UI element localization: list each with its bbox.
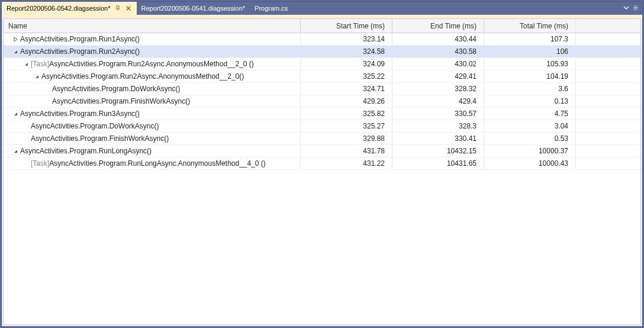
scroll-gutter <box>575 83 640 95</box>
table-row[interactable]: AsyncActivities.Program.FinishWorkAsync(… <box>4 133 640 145</box>
table-row[interactable]: AsyncActivities.Program.DoWorkAsync()324… <box>4 83 640 95</box>
row-label: AsyncActivities.Program.Run2Async.Anonym… <box>41 72 244 81</box>
row-label: AsyncActivities.Program.Run1Async() <box>20 35 140 43</box>
scroll-gutter <box>575 70 640 82</box>
table-row[interactable]: AsyncActivities.Program.FinishWorkAsync(… <box>4 95 640 108</box>
cell-end: 430.44 <box>392 33 484 45</box>
window-menu-icon[interactable] <box>623 4 629 12</box>
scroll-gutter <box>575 33 640 45</box>
column-headers: Name Start Time (ms) End Time (ms) Total… <box>4 19 640 33</box>
expander-placeholder <box>22 160 30 167</box>
row-label: AsyncActivities.Program.Run3Async() <box>20 110 140 118</box>
collapse-icon[interactable] <box>12 110 19 117</box>
cell-total: 105.93 <box>484 58 575 70</box>
task-prefix: [Task] <box>31 159 49 168</box>
main-window: Report20200506-0542.diagsession*Report20… <box>1 1 643 327</box>
close-icon[interactable] <box>125 5 132 12</box>
cell-name: [Task] AsyncActivities.Program.RunLongAs… <box>4 159 300 168</box>
report-grid: Name Start Time (ms) End Time (ms) Total… <box>3 18 641 325</box>
table-row[interactable]: AsyncActivities.Program.Run2Async.Anonym… <box>4 70 640 83</box>
scroll-gutter <box>575 95 640 107</box>
cell-start: 329.88 <box>300 133 392 144</box>
cell-name: AsyncActivities.Program.FinishWorkAsync(… <box>4 134 300 143</box>
cell-name: AsyncActivities.Program.RunLongAsync() <box>4 147 300 155</box>
cell-total: 106 <box>484 46 575 57</box>
tab-label: Report20200506-0542.diagsession* <box>7 5 111 12</box>
scroll-gutter <box>575 108 640 120</box>
row-label: AsyncActivities.Program.FinishWorkAsync(… <box>52 97 190 105</box>
cell-start: 325.27 <box>300 120 392 132</box>
cell-total: 104.19 <box>484 70 575 82</box>
header-total-time[interactable]: Total Time (ms) <box>484 19 575 33</box>
cell-total: 4.75 <box>484 108 575 120</box>
svg-line-9 <box>634 9 635 9</box>
task-prefix: [Task] <box>31 60 49 68</box>
row-label: AsyncActivities.Program.Run2Async.Anonym… <box>49 60 254 68</box>
cell-name: AsyncActivities.Program.Run2Async.Anonym… <box>4 72 300 81</box>
table-row[interactable]: AsyncActivities.Program.RunLongAsync()43… <box>4 145 640 157</box>
row-label: AsyncActivities.Program.FinishWorkAsync(… <box>31 134 169 143</box>
scroll-gutter <box>575 120 640 132</box>
svg-line-8 <box>637 9 637 9</box>
expander-placeholder <box>44 98 51 105</box>
cell-total: 0.13 <box>484 95 575 107</box>
document-tab[interactable]: Program.cs <box>250 2 292 15</box>
document-tab[interactable]: Report20200506-0542.diagsession* <box>2 2 137 15</box>
row-label: AsyncActivities.Program.DoWorkAsync() <box>52 85 181 93</box>
cell-name: AsyncActivities.Program.DoWorkAsync() <box>4 85 300 93</box>
scroll-gutter <box>575 58 640 70</box>
header-start-time[interactable]: Start Time (ms) <box>300 19 392 33</box>
cell-name: AsyncActivities.Program.DoWorkAsync() <box>4 122 300 130</box>
scroll-gutter <box>575 46 640 57</box>
expander-placeholder <box>44 85 51 92</box>
collapse-icon[interactable] <box>22 60 30 67</box>
cell-total: 10000.43 <box>484 157 575 169</box>
cell-total: 3.04 <box>484 120 575 132</box>
table-row[interactable]: AsyncActivities.Program.Run2Async()324.5… <box>4 46 640 58</box>
cell-end: 430.58 <box>392 46 484 57</box>
tab-label: Program.cs <box>255 5 288 12</box>
table-row[interactable]: [Task] AsyncActivities.Program.RunLongAs… <box>4 157 640 170</box>
cell-start: 431.78 <box>300 145 392 157</box>
table-row[interactable]: AsyncActivities.Program.Run3Async()325.8… <box>4 108 640 120</box>
header-name[interactable]: Name <box>4 22 300 30</box>
row-label: AsyncActivities.Program.RunLongAsync() <box>20 147 152 155</box>
svg-point-2 <box>635 7 637 9</box>
cell-start: 323.14 <box>300 33 392 45</box>
table-row[interactable]: AsyncActivities.Program.DoWorkAsync()325… <box>4 120 640 133</box>
svg-line-7 <box>634 6 635 7</box>
settings-icon[interactable] <box>633 4 639 12</box>
scroll-gutter <box>575 157 640 169</box>
scroll-gutter <box>575 145 640 157</box>
document-tab[interactable]: Report20200506-0541.diagsession* <box>137 2 250 15</box>
collapse-icon[interactable] <box>12 48 19 55</box>
row-label: AsyncActivities.Program.Run2Async() <box>20 47 140 56</box>
header-scroll-gutter <box>575 19 640 33</box>
table-row[interactable]: AsyncActivities.Program.Run1Async()323.1… <box>4 33 640 46</box>
collapse-icon[interactable] <box>12 147 19 155</box>
cell-total: 0.53 <box>484 133 575 144</box>
cell-end: 10432.15 <box>392 145 484 157</box>
table-row[interactable]: [Task] AsyncActivities.Program.Run2Async… <box>4 58 640 70</box>
cell-end: 429.41 <box>392 70 484 82</box>
cell-name: AsyncActivities.Program.Run2Async() <box>4 47 300 56</box>
header-end-time[interactable]: End Time (ms) <box>392 19 484 33</box>
cell-end: 330.41 <box>392 133 484 144</box>
collapse-icon[interactable] <box>33 73 40 80</box>
expand-icon[interactable] <box>12 36 19 43</box>
cell-end: 10431.65 <box>392 157 484 169</box>
pin-icon[interactable] <box>114 5 121 12</box>
cell-end: 328.3 <box>392 120 484 132</box>
cell-total: 10000.37 <box>484 145 575 157</box>
tab-bar: Report20200506-0542.diagsession*Report20… <box>2 2 642 15</box>
svg-line-10 <box>637 6 637 7</box>
cell-total: 107.3 <box>484 33 575 45</box>
cell-name: AsyncActivities.Program.Run3Async() <box>4 110 300 118</box>
expander-placeholder <box>22 123 30 130</box>
row-label: AsyncActivities.Program.RunLongAsync.Ano… <box>49 159 266 168</box>
row-label: AsyncActivities.Program.DoWorkAsync() <box>31 122 159 130</box>
tab-bar-controls <box>620 4 642 12</box>
cell-start: 325.82 <box>300 108 392 120</box>
expander-placeholder <box>22 135 30 142</box>
cell-name: AsyncActivities.Program.Run1Async() <box>4 35 300 43</box>
